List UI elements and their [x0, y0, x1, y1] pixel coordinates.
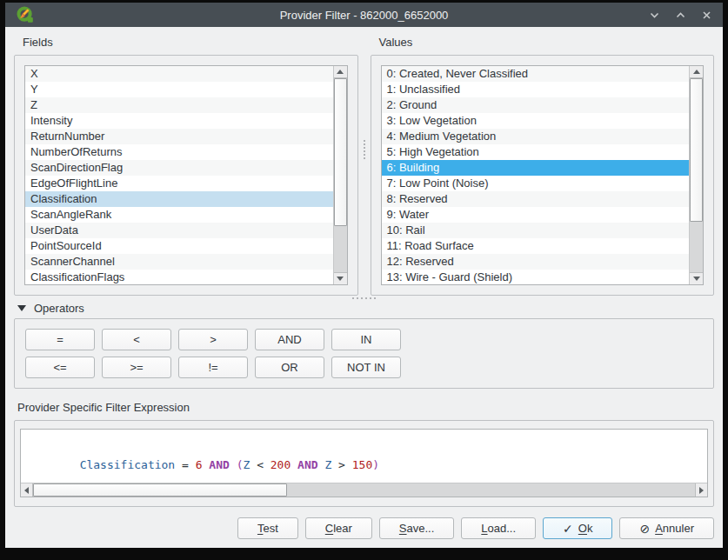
operator-button[interactable]: IN	[331, 329, 401, 350]
value-item[interactable]: 5: High Vegetation	[382, 144, 690, 160]
filter-expression-label: Provider Specific Filter Expression	[17, 401, 714, 415]
scroll-left-arrow-icon[interactable]	[21, 483, 33, 497]
operator-button[interactable]: NOT IN	[331, 357, 401, 378]
cancel-button[interactable]: ⊘Annuler	[619, 517, 714, 539]
expression-token: 150	[352, 458, 372, 471]
panel-splitter-handle[interactable]	[364, 140, 365, 159]
field-item[interactable]: NumberOfReturns	[25, 144, 333, 160]
expression-token: )	[372, 458, 379, 471]
scroll-right-arrow-icon[interactable]	[695, 483, 707, 497]
field-item[interactable]: X	[25, 66, 333, 82]
expression-token: >	[331, 458, 351, 471]
window-title: Provider Filter - 862000_6652000	[5, 9, 723, 22]
close-icon[interactable]	[701, 10, 712, 21]
expression-token: 200	[270, 458, 291, 471]
operator-button[interactable]: !=	[178, 357, 248, 378]
fields-list[interactable]: XYZIntensityReturnNumberNumberOfReturnsS…	[24, 65, 348, 285]
field-item[interactable]: Intensity	[25, 113, 333, 129]
value-item[interactable]: 4: Medium Vegetation	[382, 129, 690, 144]
field-item[interactable]: UserData	[25, 223, 333, 238]
field-item[interactable]: Y	[25, 82, 333, 97]
operator-button[interactable]: >	[178, 329, 248, 350]
values-panel: Values 0: Created, Never Classified1: Un…	[371, 36, 715, 296]
field-item[interactable]: ScanAngleRank	[25, 207, 333, 223]
operators-row-1: =<>ANDIN	[25, 329, 703, 350]
scrollbar-thumb[interactable]	[33, 483, 287, 497]
filter-expression-editor[interactable]: Classification = 6 AND (Z < 200 AND Z > …	[20, 429, 708, 497]
operator-button[interactable]: <=	[25, 357, 95, 378]
expression-token: =	[175, 458, 195, 471]
value-item[interactable]: 2: Ground	[382, 97, 690, 113]
values-label: Values	[379, 36, 715, 50]
expression-hscrollbar[interactable]	[21, 483, 707, 497]
value-item[interactable]: 12: Reserved	[382, 254, 690, 270]
field-item[interactable]: Classification	[25, 191, 333, 207]
value-item[interactable]: 10: Rail	[382, 223, 690, 238]
fields-groupbox: XYZIntensityReturnNumberNumberOfReturnsS…	[14, 55, 358, 296]
operators-header[interactable]: Operators	[17, 301, 714, 315]
operator-button[interactable]: >=	[102, 357, 171, 378]
operator-button[interactable]: =	[25, 329, 95, 350]
values-rows: 0: Created, Never Classified1: Unclassif…	[382, 66, 690, 284]
field-item[interactable]: Z	[25, 97, 333, 113]
cancel-icon: ⊘	[639, 523, 650, 535]
ok-button[interactable]: ✓Ok	[543, 517, 612, 539]
check-icon: ✓	[563, 523, 573, 535]
chevron-down-icon[interactable]	[649, 10, 660, 21]
qgis-logo-icon	[16, 5, 35, 24]
filter-expression-groupbox: Classification = 6 AND (Z < 200 AND Z > …	[14, 420, 714, 507]
value-item[interactable]: 8: Reserved	[382, 191, 690, 207]
operator-button[interactable]: <	[102, 329, 171, 350]
value-item[interactable]: 7: Low Point (Noise)	[382, 176, 690, 191]
value-item[interactable]: 11: Road Surface	[382, 238, 690, 254]
value-item[interactable]: 0: Created, Never Classified	[382, 66, 690, 82]
operators-groupbox: =<>ANDIN <=>=!=ORNOT IN	[14, 318, 714, 389]
value-item[interactable]: 9: Water	[382, 207, 690, 223]
dialog-content: Fields XYZIntensityReturnNumberNumberOfR…	[5, 27, 723, 548]
window-controls	[649, 10, 712, 21]
expression-token: AND	[297, 458, 317, 471]
field-item[interactable]: EdgeOfFlightLine	[25, 176, 333, 191]
operator-button[interactable]: OR	[255, 357, 324, 378]
provider-filter-dialog: Provider Filter - 862000_6652000 Fields	[5, 3, 723, 548]
field-item[interactable]: ClassificationFlags	[25, 270, 333, 284]
titlebar[interactable]: Provider Filter - 862000_6652000	[5, 3, 723, 27]
scroll-up-arrow-icon[interactable]	[690, 66, 703, 78]
value-item[interactable]: 1: Unclassified	[382, 82, 690, 97]
scroll-down-arrow-icon[interactable]	[690, 272, 703, 284]
operators-label: Operators	[34, 302, 84, 315]
value-item[interactable]: 6: Building	[382, 160, 690, 176]
fields-values-section: Fields XYZIntensityReturnNumberNumberOfR…	[14, 36, 714, 296]
fields-panel: Fields XYZIntensityReturnNumberNumberOfR…	[14, 36, 358, 296]
save-button[interactable]: Save...	[379, 517, 454, 539]
expression-token	[291, 458, 297, 471]
expression-token: 6	[196, 458, 203, 471]
scroll-down-arrow-icon[interactable]	[334, 272, 347, 284]
scroll-up-arrow-icon[interactable]	[334, 66, 347, 78]
value-item[interactable]: 3: Low Vegetation	[382, 113, 690, 129]
filter-expression-text[interactable]: Classification = 6 AND (Z < 200 AND Z > …	[21, 430, 707, 483]
expression-token: Classification	[80, 458, 176, 471]
dialog-button-row: Test Clear Save... Load... ✓Ok ⊘Annuler	[14, 517, 714, 539]
operators-row-2: <=>=!=ORNOT IN	[25, 357, 703, 378]
fields-rows: XYZIntensityReturnNumberNumberOfReturnsS…	[25, 66, 333, 284]
values-list[interactable]: 0: Created, Never Classified1: Unclassif…	[381, 65, 705, 285]
scrollbar-thumb[interactable]	[690, 78, 703, 222]
field-item[interactable]: ScanDirectionFlag	[25, 160, 333, 176]
value-item[interactable]: 13: Wire - Guard (Shield)	[382, 270, 690, 284]
values-groupbox: 0: Created, Never Classified1: Unclassif…	[371, 55, 715, 296]
chevron-up-icon[interactable]	[675, 10, 686, 21]
test-button[interactable]: Test	[237, 517, 298, 539]
load-button[interactable]: Load...	[461, 517, 536, 539]
values-scrollbar[interactable]	[689, 66, 703, 284]
expression-token	[230, 458, 237, 471]
expression-token: <	[250, 458, 270, 471]
field-item[interactable]: PointSourceId	[25, 238, 333, 254]
scrollbar-thumb[interactable]	[334, 78, 347, 226]
fields-scrollbar[interactable]	[333, 66, 347, 284]
clear-button[interactable]: Clear	[305, 517, 372, 539]
operator-button[interactable]: AND	[255, 329, 324, 350]
field-item[interactable]: ReturnNumber	[25, 129, 333, 144]
collapse-arrow-icon[interactable]	[17, 305, 26, 311]
field-item[interactable]: ScannerChannel	[25, 254, 333, 270]
